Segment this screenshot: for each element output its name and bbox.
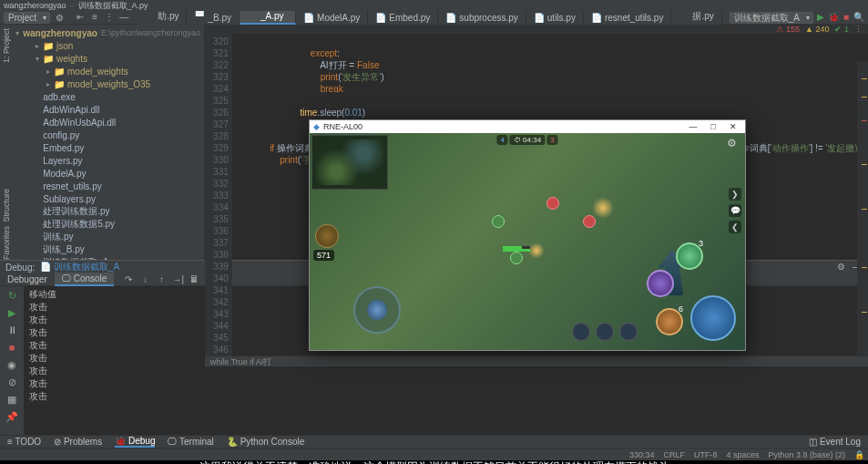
tree-item[interactable]: 训练_B.py (12, 243, 204, 256)
signal-button[interactable]: ❯ (729, 188, 741, 201)
tree-item[interactable]: 处理训练数据5.py (12, 218, 204, 231)
left-tool-project[interactable]: 1: Project (2, 28, 11, 63)
gold-amount: 571 (313, 250, 334, 261)
recall-button[interactable] (572, 323, 590, 341)
collapse-all-icon[interactable]: ⇤ (75, 12, 86, 23)
editor-tabs: 📄运行辅助.py📄训练_B.py📄训练数据截取_A.py📄ModelA.py📄E… (137, 11, 722, 25)
back-button[interactable]: ❮ (729, 221, 741, 233)
project-view-dropdown[interactable]: Project (4, 12, 50, 24)
tree-item[interactable]: ▸📁 model_weights_O35 (12, 77, 204, 90)
tool-python-console[interactable]: 🐍 Python Console (227, 437, 304, 447)
step-out-icon[interactable]: ↑ (156, 274, 167, 285)
layout-button[interactable]: ▦ (5, 394, 18, 407)
rerun-button[interactable]: ↻ (5, 290, 18, 303)
tree-item[interactable]: Sublayers.py (12, 192, 204, 205)
summoner-skill-1[interactable] (619, 323, 638, 341)
inspection-more-icon[interactable]: ⋮ (854, 25, 863, 34)
battle-effect (528, 242, 545, 259)
enemy-hero (583, 215, 596, 228)
project-tree[interactable]: ▾ wangzherongyao E:\python\wangzherongya… (12, 25, 205, 260)
editor-tab[interactable]: 📄取训练数据.py (671, 11, 721, 25)
step-over-icon[interactable]: ↷ (123, 274, 134, 285)
chat-button[interactable]: 💬 (729, 204, 741, 217)
tool-terminal[interactable]: 🖵 Terminal (168, 437, 213, 447)
skill-3-button[interactable]: 3 (676, 242, 703, 270)
tool-todo[interactable]: ≡ TODO (7, 437, 41, 447)
expand-icon[interactable]: ≡ (89, 12, 100, 23)
editor-tab[interactable]: 📄训练_B.py (187, 11, 240, 25)
gold-icon[interactable] (315, 224, 339, 248)
tree-item[interactable]: Layers.py (12, 154, 204, 167)
pin-button[interactable]: 📌 (5, 411, 18, 424)
stop-icon[interactable]: ■ (841, 12, 852, 23)
file-encoding[interactable]: UTF-8 (694, 450, 718, 459)
game-settings-icon[interactable]: ⚙ (727, 137, 740, 150)
run-config-dropdown[interactable]: 训练数据截取_A (730, 12, 813, 24)
left-tool-favorites[interactable]: Favorites (2, 226, 11, 260)
evaluate-icon[interactable]: 🖩 (189, 274, 199, 285)
tree-item[interactable]: ▸📁 json (12, 39, 204, 52)
pause-button[interactable]: ⏸ (5, 325, 18, 337)
tree-item[interactable]: adb.exe (12, 90, 204, 103)
tree-item[interactable]: 处理训练数据.py (12, 205, 204, 218)
tree-item[interactable]: config.py (12, 129, 204, 141)
editor-tab[interactable]: 📄Embed.py (368, 11, 438, 25)
inspection-errors[interactable]: ⚠ 155 (776, 25, 800, 34)
lock-icon[interactable]: 🔒 (854, 450, 864, 459)
window-minimize-icon[interactable]: — (685, 122, 701, 131)
minimap-scrollbar[interactable] (857, 61, 868, 356)
game-viewport[interactable]: 4 ⏱ 04:34 3 ⚙ 571 ❯ 💬 ❮ 6 3 (310, 133, 745, 350)
hide-icon[interactable]: — (118, 12, 129, 23)
window-close-icon[interactable]: ✕ (725, 122, 741, 131)
event-log[interactable]: ◫ Event Log (809, 437, 861, 447)
editor-tab[interactable]: 📄ModelA.py (296, 11, 368, 25)
step-into-icon[interactable]: ↓ (139, 274, 150, 285)
tree-item[interactable]: ModelA.py (12, 167, 204, 180)
inspection-warnings[interactable]: ▲ 240 (805, 25, 829, 34)
skill-2-button[interactable] (647, 270, 674, 297)
tool-debug[interactable]: 🐞 Debug (115, 436, 155, 448)
tree-item[interactable]: 训练.py (12, 231, 204, 243)
summoner-skill-2[interactable] (596, 323, 614, 341)
editor-tab[interactable]: 📄resnet_utils.py (584, 11, 671, 25)
window-maximize-icon[interactable]: □ (705, 122, 721, 131)
indent-info[interactable]: 4 spaces (726, 450, 759, 459)
tree-item[interactable]: 训练数据截取_A.py (12, 256, 204, 260)
tree-item[interactable]: Embed.py (12, 141, 204, 154)
tree-item[interactable]: ▸📁 model_weights (12, 65, 204, 77)
player-hero (510, 252, 523, 264)
tree-item[interactable]: ▾📁 weights (12, 52, 204, 65)
resume-button[interactable]: ▶ (5, 307, 18, 320)
run-icon[interactable]: ▶ (815, 12, 826, 23)
debugger-tab[interactable]: Debugger (0, 273, 55, 285)
emulator-window[interactable]: ◆ RNE-AL00 — □ ✕ 4 ⏱ 04:34 3 ⚙ 571 ❯ 💬 (309, 119, 746, 351)
project-settings-icon[interactable]: ⚙ (56, 13, 64, 23)
tree-item[interactable]: AdbWinUsbApi.dll (12, 116, 204, 129)
editor-tab[interactable]: 📄utils.py (526, 11, 584, 25)
editor-tab[interactable]: 📄训练数据截取_A.py (240, 11, 296, 25)
show-options-icon[interactable]: ⋮ (104, 12, 115, 23)
search-icon[interactable]: 🔍 (853, 12, 864, 23)
attack-button[interactable] (690, 295, 736, 341)
tree-item[interactable]: AdbWinApi.dll (12, 103, 204, 116)
breadcrumb-bar[interactable]: while True if AI打 (205, 356, 868, 366)
inspection-ok[interactable]: ✔ 1 (834, 25, 849, 34)
mini-map[interactable] (311, 135, 388, 190)
tree-root[interactable]: ▾ wangzherongyao E:\python\wangzherongya… (12, 26, 204, 39)
movement-joystick[interactable] (353, 286, 401, 334)
line-separator[interactable]: CRLF (663, 450, 685, 459)
left-tool-structure[interactable]: Structure (2, 189, 11, 222)
tree-item[interactable]: resnet_utils.py (12, 180, 204, 192)
editor-tab[interactable]: 📄运行辅助.py (137, 11, 187, 25)
mute-breakpoints-button[interactable]: ⊘ (5, 376, 18, 389)
debug-config-name[interactable]: 📄 训练数据截取_A (40, 261, 119, 273)
editor-tab[interactable]: 📄subprocess.py (438, 11, 526, 25)
interpreter[interactable]: Python 3.8 (base) (2) (768, 450, 845, 459)
skill-1-button[interactable]: 6 (656, 308, 683, 335)
tool-problems[interactable]: ⊘ Problems (54, 437, 102, 447)
view-breakpoints-button[interactable]: ◉ (5, 359, 18, 372)
run-to-cursor-icon[interactable]: →| (172, 274, 183, 285)
debug-icon[interactable]: 🐞 (828, 12, 839, 23)
stop-button[interactable]: ■ (5, 342, 18, 355)
console-tab[interactable]: 🖵 Console (55, 273, 114, 286)
